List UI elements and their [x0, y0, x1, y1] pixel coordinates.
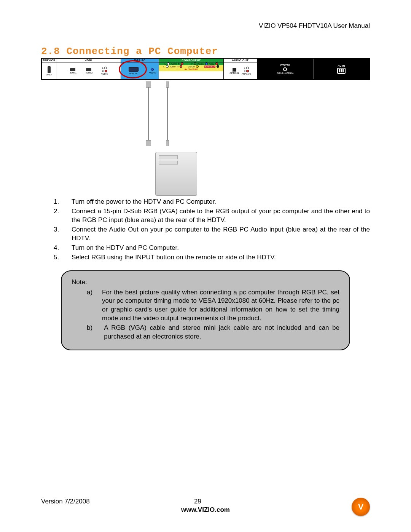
jack-red-icon	[105, 70, 107, 72]
jack-red-icon	[215, 62, 218, 65]
acin-section: AC IN	[314, 59, 370, 79]
step-4: Turn on the HDTV and PC Computer.	[61, 244, 370, 252]
jack-white-icon	[166, 65, 169, 68]
jack-white-icon	[167, 62, 170, 65]
jack-white-icon	[104, 67, 107, 69]
section-heading: 2.8 Connecting a PC Computer	[41, 46, 370, 57]
vizio-logo-icon: V	[352, 498, 370, 516]
hdmi2-port: HDMI 2	[85, 68, 92, 74]
service-header: SERVICE	[42, 59, 56, 62]
panel-service: SERVICE ONLY	[42, 59, 56, 79]
cable-antenna-label: CABLE / ANTENNA	[277, 72, 293, 74]
note-letter-a: a)	[72, 288, 89, 323]
note-box: Note: a) For the best picture quality wh…	[61, 270, 350, 351]
vga-cable-icon	[144, 81, 153, 146]
comp-pr-label: Pr/Cr	[209, 63, 214, 65]
svideo-port-icon	[217, 65, 219, 68]
comp-pb-label: Pb/Cb	[198, 63, 204, 65]
aout-r-label: R	[244, 70, 245, 72]
hdmi-port-icon	[70, 68, 75, 71]
av-svideo-label: S-VIDEO	[204, 66, 215, 68]
av-r-label: R	[177, 66, 178, 68]
dtv-label: DTV/TV	[280, 64, 290, 67]
footer-url: www.VIZIO.com	[41, 506, 370, 514]
audio-cable-icon	[163, 81, 172, 146]
hdmi1-label: HDMI 1	[69, 72, 76, 74]
panel-rgb-pc: RGB PC RGB PC AUDIO	[121, 59, 159, 79]
footer-page-number: 29	[194, 498, 217, 505]
acin-label: AC IN	[338, 64, 345, 67]
hdmi2-label: HDMI 2	[85, 72, 92, 74]
av-audio-label: AUDIO	[170, 66, 176, 68]
component-header: COMPONENT	[159, 59, 223, 62]
footer-version: Version 7/2/2008	[41, 498, 194, 505]
page-footer: Version 7/2/2008 29 www.VIZIO.com V	[41, 498, 370, 514]
hdmi-port-icon	[86, 68, 91, 71]
jack-red-icon	[180, 65, 182, 68]
av-l-label: L	[163, 66, 164, 68]
vga-port-icon	[129, 67, 139, 72]
jack-red-icon	[181, 62, 183, 65]
hdmi-audio: L R AUDIO	[101, 67, 108, 75]
optical-port-icon	[233, 68, 236, 72]
step-2: Connect a 15-pin D-Sub RGB (VGA) cable t…	[61, 207, 370, 225]
hdmi-header: HDMI	[56, 59, 121, 62]
comp-audio-label: AUDIO	[171, 63, 177, 65]
panel-hdmi: HDMI HDMI 1 HDMI 2 L R AUDIO	[56, 59, 121, 79]
service-only-label: ONLY	[46, 73, 52, 76]
rgbpc-port-label: RGB PC	[129, 72, 138, 75]
av-footer-label: AV /S-VIDEO	[159, 68, 223, 71]
analog-label: ANALOG	[242, 73, 251, 75]
hdmi-audio-label: AUDIO	[101, 73, 108, 75]
instruction-list: Turn off the power to the HDTV and PC Co…	[61, 198, 370, 262]
note-item-b: b) A RGB (VGA) cable and stereo mini jac…	[72, 324, 339, 341]
note-letter-b: b)	[72, 324, 91, 341]
jack-green-icon	[194, 62, 196, 65]
hdmi1-port: HDMI 1	[69, 68, 76, 74]
connection-diagram	[140, 81, 239, 198]
audio-r-label: R	[102, 70, 104, 72]
comp-l-label: L	[164, 63, 166, 65]
pc-tower-icon	[155, 152, 197, 196]
av-video-label: VIDEO	[188, 66, 195, 68]
panel-component: COMPONENT LAUDIOR YPb/CbPr/Cr LAUDIOR VI…	[159, 59, 224, 79]
step-3: Connect the Audio Out on your pc compute…	[61, 225, 370, 243]
comp-y-label: Y	[191, 63, 193, 65]
rgbpc-audio-label: AUDIO	[149, 72, 156, 74]
note-title: Note:	[72, 278, 339, 287]
step-5: Select RGB using the INPUT button on the…	[61, 253, 370, 262]
aout-l-label: L	[244, 67, 245, 69]
rgbpc-header: RGB PC	[121, 59, 159, 62]
jack-white-icon	[246, 67, 249, 69]
optical-label: OPTICAL	[229, 72, 239, 74]
tv-rear-panel: SERVICE ONLY HDMI HDMI 1 HDMI 2 L	[41, 58, 370, 80]
note-text-a: For the best picture quality when connec…	[102, 288, 339, 323]
jack-red-icon	[246, 70, 249, 72]
audio-l-label: L	[102, 67, 104, 69]
note-item-a: a) For the best picture quality when con…	[72, 288, 339, 323]
panel-audio-out: AUDIO OUT OPTICAL L R ANALOG	[224, 59, 257, 79]
step-1: Turn off the power to the HDTV and PC Co…	[61, 198, 370, 206]
service-port-icon	[48, 66, 51, 73]
ac-plug-icon	[337, 68, 346, 74]
jack-yellow-icon	[196, 65, 199, 68]
coax-port-icon	[283, 67, 287, 71]
jack-blue-icon	[205, 62, 208, 65]
note-text-b: A RGB (VGA) cable and stereo mini jack c…	[104, 324, 339, 341]
dtv-section: DTV/TV CABLE / ANTENNA	[257, 59, 313, 79]
audio-jack-icon	[151, 68, 154, 71]
audioout-header: AUDIO OUT	[224, 59, 257, 62]
comp-r-label: R	[178, 63, 179, 65]
panel-black-zone: DTV/TV CABLE / ANTENNA AC IN	[257, 59, 369, 79]
manual-title: VIZIO VP504 FHDTV10A User Manual	[41, 22, 370, 30]
